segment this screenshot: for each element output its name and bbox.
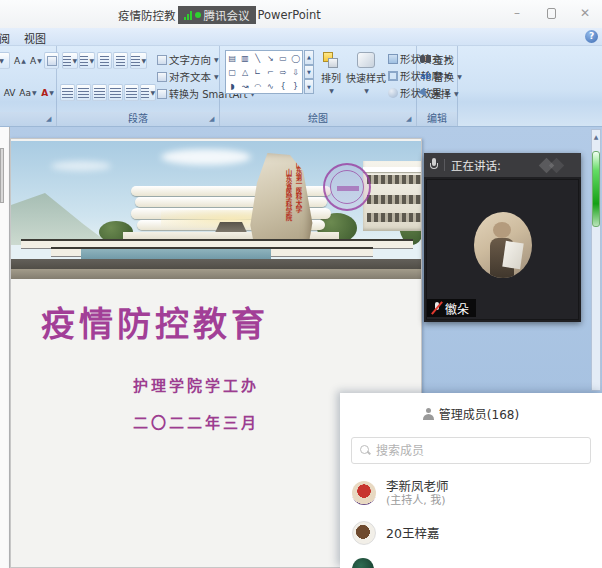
shape-arrow-line-icon[interactable]: ↘ <box>264 51 277 65</box>
align-right-icon <box>94 88 105 98</box>
shape-vtextbox-icon[interactable]: ▥ <box>239 51 252 65</box>
member-search-input[interactable] <box>376 444 582 458</box>
member-role: (主持人, 我) <box>386 494 449 507</box>
align-text-button[interactable]: 对齐文本▼ <box>157 69 219 84</box>
restore-button[interactable] <box>534 0 568 26</box>
justify-button[interactable] <box>108 84 123 101</box>
tab-view[interactable]: 视图 <box>18 30 52 46</box>
shape-fill-icon <box>388 54 398 64</box>
font-size-dropdown[interactable]: ▼ <box>0 52 10 69</box>
meeting-logo-icon <box>537 157 571 173</box>
member-name: 李新凤老师 <box>386 479 449 494</box>
font-color-button[interactable]: A▼ <box>39 84 56 101</box>
window-title-prefix: 疫情防控教 <box>118 7 176 23</box>
shape-oval-icon[interactable]: ◯ <box>289 51 302 65</box>
bullets-button[interactable]: ▼ <box>62 52 78 69</box>
screen: 疫情防控教 腾讯会议 PowerPoint – ✕ 审阅 视图 ? ▼ A▲ A… <box>0 0 602 568</box>
shape-scribble-icon[interactable]: ↝ <box>239 79 252 93</box>
ribbon-tab-row: 审阅 视图 ? <box>0 28 602 46</box>
slide-thumbnail[interactable] <box>0 148 4 203</box>
ribbon: ▼ A▲ A▼ AV Aa▼ A▼ ◢ ▼ ▼ ▼ ▼ 文字方向▼ 对齐文本▼ … <box>0 46 602 127</box>
minimize-button[interactable]: – <box>500 0 534 26</box>
video-feed[interactable]: 徽朵 <box>426 179 579 320</box>
window-controls: – ✕ <box>500 0 602 28</box>
editing-group-label: 编辑 <box>417 112 457 126</box>
shape-line-icon[interactable]: ╲ <box>251 51 264 65</box>
align-center-button[interactable] <box>76 84 91 101</box>
line-spacing-button[interactable]: ▼ <box>130 52 147 69</box>
slide-subtitle-department[interactable]: 护理学院学工办 <box>46 374 346 395</box>
title-bar: 疫情防控教 腾讯会议 PowerPoint – ✕ <box>0 0 602 28</box>
member-avatar <box>352 558 374 568</box>
align-center-icon <box>78 88 89 98</box>
video-panel-header[interactable]: 正在讲话: <box>424 153 581 177</box>
scrollbar-thumb[interactable] <box>592 151 600 227</box>
member-search-box[interactable] <box>351 437 591 464</box>
shape-rounded-rect-icon[interactable]: ▢ <box>226 65 239 79</box>
member-row[interactable]: 20王梓嘉 <box>340 519 602 547</box>
vertical-scrollbar[interactable]: ▲ <box>591 129 601 391</box>
paragraph-dialog-launcher[interactable]: ◢ <box>209 115 217 123</box>
select-button[interactable]: 选择▼ <box>420 86 459 101</box>
text-direction-button[interactable]: 文字方向▼ <box>157 52 219 67</box>
justify-icon <box>110 88 121 98</box>
shape-curve-icon[interactable]: ∿ <box>264 79 277 93</box>
help-icon[interactable]: ? <box>585 30 598 43</box>
align-right-button[interactable] <box>92 84 107 101</box>
shape-arc-icon[interactable]: ◠ <box>251 79 264 93</box>
meeting-floating-bar[interactable]: 腾讯会议 <box>178 6 256 24</box>
arrange-icon <box>323 52 339 68</box>
quick-styles-button[interactable]: 快速样式 ▼ <box>346 49 386 109</box>
shape-down-arrow-icon[interactable]: ⇩ <box>289 65 302 79</box>
find-button[interactable]: 查找 <box>420 52 454 67</box>
numbering-button[interactable]: ▼ <box>79 52 95 69</box>
shrink-font-button[interactable]: A▼ <box>28 52 44 69</box>
shape-right-brace-icon[interactable]: } <box>289 79 302 93</box>
replace-button[interactable]: ab替换▼ <box>420 69 462 84</box>
shape-effects-icon <box>388 88 398 98</box>
gallery-up-icon[interactable]: ▲ <box>304 50 314 65</box>
character-spacing-button[interactable]: AV <box>1 84 18 101</box>
distribute-button[interactable]: ▼ <box>140 84 156 101</box>
paragraph-group-label: 段落 <box>57 112 219 126</box>
shapes-gallery[interactable]: ▤ ▥ ╲ ↘ ▭ ◯ ▢ △ ∟ ⌐ ⇨ ⇩ ◗ ↝ ◠ ∿ { } <box>225 50 303 94</box>
shape-elbow-arrow-icon[interactable]: ⌐ <box>264 65 277 79</box>
cloud <box>161 149 251 165</box>
shape-freeform-icon[interactable]: ◗ <box>226 79 239 93</box>
members-panel-header: 管理成员(168) <box>340 405 602 422</box>
close-button[interactable]: ✕ <box>568 0 602 26</box>
line-spacing-icon <box>131 56 140 66</box>
align-left-icon <box>62 88 73 98</box>
shape-right-arrow-icon[interactable]: ⇨ <box>277 65 290 79</box>
muted-mic-icon <box>432 301 441 315</box>
decrease-indent-button[interactable] <box>97 52 112 69</box>
slide-title[interactable]: 疫情防控教育 <box>41 297 269 346</box>
align-left-button[interactable] <box>60 84 75 101</box>
gallery-more-icon[interactable]: ▼ <box>304 79 314 94</box>
shape-rectangle-icon[interactable]: ▭ <box>277 51 290 65</box>
increase-indent-icon <box>116 56 125 66</box>
scroll-up-icon[interactable]: ▲ <box>592 130 600 143</box>
slide-subtitle-date[interactable]: 二〇二二年三月 <box>46 411 346 432</box>
shape-left-brace-icon[interactable]: { <box>277 79 290 93</box>
replace-icon: ab <box>420 72 431 81</box>
shape-textbox-icon[interactable]: ▤ <box>226 51 239 65</box>
binoculars-icon <box>420 55 431 64</box>
member-row[interactable]: 李新凤老师 (主持人, 我) <box>340 476 602 510</box>
ribbon-group-paragraph: ▼ ▼ ▼ ▼ 文字方向▼ 对齐文本▼ 转换为 SmartArt▼ 段落 ◢ <box>57 46 220 126</box>
speaking-label: 正在讲话: <box>451 157 501 173</box>
font-dialog-launcher[interactable]: ◢ <box>46 115 54 123</box>
increase-indent-button[interactable] <box>113 52 128 69</box>
arrange-button[interactable]: 排列 ▼ <box>316 49 346 109</box>
slide-thumbnail-pane[interactable] <box>0 127 10 568</box>
tab-review[interactable]: 审阅 <box>0 30 16 46</box>
restore-icon <box>547 8 556 19</box>
drawing-dialog-launcher[interactable]: ◢ <box>406 115 414 123</box>
shape-elbow-icon[interactable]: ∟ <box>251 65 264 79</box>
shape-triangle-icon[interactable]: △ <box>239 65 252 79</box>
columns-button[interactable] <box>124 84 139 101</box>
grow-font-button[interactable]: A▲ <box>12 52 28 69</box>
gallery-down-icon[interactable]: ▼ <box>304 65 314 80</box>
members-panel: 管理成员(168) 李新凤老师 (主持人, 我) 20王梓嘉 <box>340 393 602 568</box>
change-case-button[interactable]: Aa▼ <box>19 84 37 101</box>
